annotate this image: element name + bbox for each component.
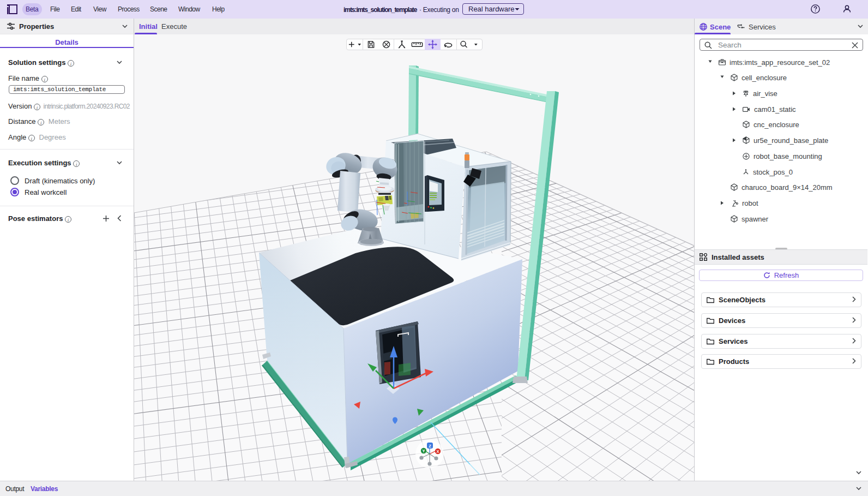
svg-text:X: X	[436, 449, 439, 454]
svg-text:Y: Y	[422, 449, 425, 453]
svg-text:Z: Z	[429, 444, 431, 449]
